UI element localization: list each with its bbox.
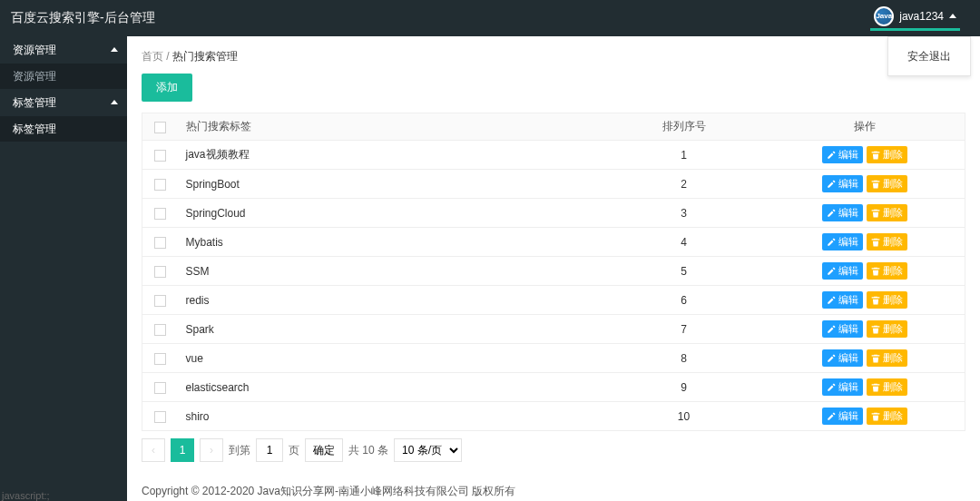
row-checkbox[interactable] [154,382,166,394]
delete-button[interactable]: 删除 [867,262,907,280]
trash-icon [871,267,880,276]
cell-sort: 6 [603,286,766,315]
delete-button[interactable]: 删除 [867,320,907,338]
edit-button[interactable]: 编辑 [822,233,863,250]
cell-name: java视频教程 [179,141,603,170]
sidebar-item-label: 标签管理 [13,123,56,135]
delete-button[interactable]: 删除 [867,175,907,192]
table-row: SpringCloud3编辑删除 [142,199,965,228]
delete-button[interactable]: 删除 [867,408,907,425]
edit-label: 编辑 [838,235,858,249]
chevron-up-icon [111,100,118,104]
pencil-icon [827,296,836,305]
edit-button[interactable]: 编辑 [822,291,863,309]
logout-label: 安全退出 [907,49,951,64]
trash-icon [871,383,880,392]
cell-name: SpringCloud [179,199,603,228]
add-button-label: 添加 [156,81,178,93]
sidebar-item-tag[interactable]: 标签管理 [0,116,127,142]
add-button[interactable]: 添加 [142,74,192,102]
trash-icon [871,209,880,218]
edit-button[interactable]: 编辑 [822,320,863,338]
edit-button[interactable]: 编辑 [822,408,863,425]
goto-suffix: 页 [289,443,299,458]
edit-button[interactable]: 编辑 [822,378,863,396]
row-checkbox[interactable] [154,150,166,162]
table-row: shiro10编辑删除 [142,402,965,431]
delete-button[interactable]: 删除 [867,349,907,367]
cell-name: redis [179,286,603,315]
delete-button[interactable]: 删除 [867,378,907,396]
breadcrumb-home[interactable]: 首页 [142,50,163,63]
row-checkbox[interactable] [154,353,166,365]
checkbox-all[interactable] [154,122,166,133]
delete-button[interactable]: 删除 [867,233,907,250]
cell-sort: 8 [603,344,766,373]
cell-name: SSM [179,257,603,286]
avatar: Java [874,6,894,26]
logout-popover[interactable]: 安全退出 [887,36,971,76]
row-checkbox[interactable] [154,295,166,307]
pencil-icon [827,180,836,189]
table-row: Spark7编辑删除 [142,315,965,344]
sidebar-item-resource[interactable]: 资源管理 [0,64,127,89]
page-next-button[interactable]: › [200,438,223,462]
cell-sort: 5 [603,257,766,286]
delete-label: 删除 [883,351,903,365]
table-row: SpringBoot2编辑删除 [142,170,965,199]
edit-button[interactable]: 编辑 [822,146,863,163]
delete-label: 删除 [883,264,903,278]
cell-sort: 3 [603,199,766,228]
table-row: SSM5编辑删除 [142,257,965,286]
sidebar: 资源管理 资源管理 标签管理 标签管理 [0,36,127,501]
table-row: elasticsearch9编辑删除 [142,373,965,402]
page-prev-button[interactable]: ‹ [142,438,165,462]
delete-label: 删除 [883,235,903,249]
delete-button[interactable]: 删除 [867,204,907,221]
page-number-current[interactable]: 1 [171,438,194,462]
breadcrumb-current: 热门搜索管理 [172,50,238,63]
row-checkbox[interactable] [154,324,166,336]
cell-name: Spark [179,315,603,344]
column-header-checkbox[interactable] [142,113,179,141]
table-row: java视频教程1编辑删除 [142,141,965,170]
cell-sort: 4 [603,228,766,257]
delete-label: 删除 [883,148,903,162]
row-checkbox[interactable] [154,266,166,278]
trash-icon [871,296,880,305]
user-menu[interactable]: Java java1234 [870,6,960,31]
trash-icon [871,325,880,334]
page-size-select[interactable]: 10 条/页 [394,438,462,462]
row-checkbox[interactable] [154,237,166,249]
edit-button[interactable]: 编辑 [822,262,863,280]
delete-button[interactable]: 删除 [867,146,907,163]
edit-label: 编辑 [838,380,858,394]
pencil-icon [827,383,836,392]
row-checkbox[interactable] [154,208,166,220]
column-header-ops: 操作 [766,113,965,141]
cell-name: Mybatis [179,228,603,257]
goto-page-input[interactable] [256,438,283,462]
cell-name: SpringBoot [179,170,603,199]
row-checkbox[interactable] [154,179,166,191]
column-header-sort: 排列序号 [603,113,766,141]
edit-button[interactable]: 编辑 [822,204,863,221]
footer-copyright: Copyright © 2012-2020 Java知识分享网-南通小峰网络科技… [142,484,515,499]
sidebar-group-resource[interactable]: 资源管理 [0,36,127,64]
edit-label: 编辑 [838,322,858,336]
goto-prefix: 到第 [229,443,250,458]
sidebar-group-tag[interactable]: 标签管理 [0,89,127,116]
pagination: ‹ 1 › 到第 页 确定 共 10 条 10 条/页 [142,438,965,462]
main-content: 首页 / 热门搜索管理 添加 热门搜索标签 排列序号 操作 java视频教程1编… [127,36,980,501]
delete-label: 删除 [883,380,903,394]
trash-icon [871,180,880,189]
row-checkbox[interactable] [154,411,166,423]
edit-label: 编辑 [838,409,858,423]
delete-button[interactable]: 删除 [867,291,907,309]
edit-label: 编辑 [838,351,858,365]
edit-button[interactable]: 编辑 [822,349,863,367]
edit-button[interactable]: 编辑 [822,175,863,192]
total-count: 共 10 条 [348,443,388,458]
goto-confirm-button[interactable]: 确定 [305,438,343,462]
delete-label: 删除 [883,322,903,336]
